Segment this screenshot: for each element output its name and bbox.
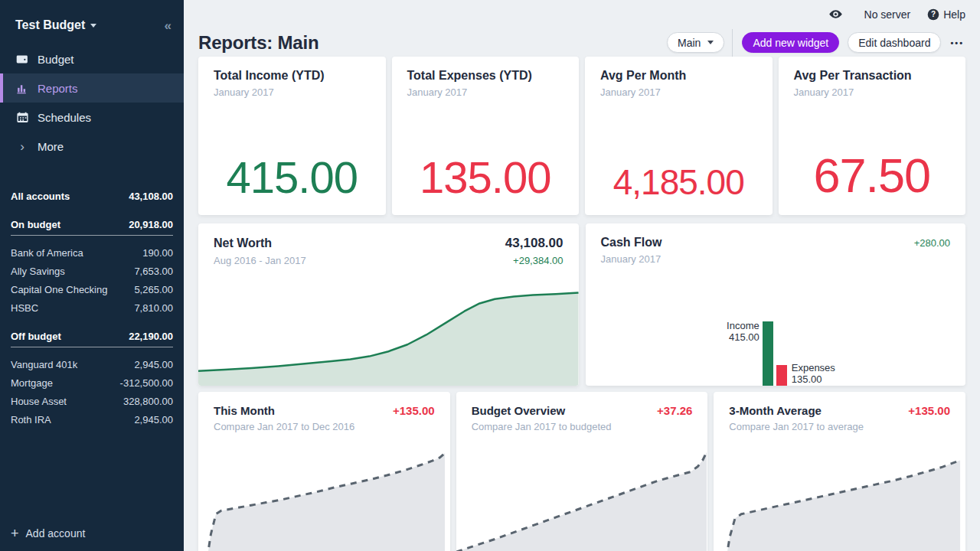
topbar: No server ? Help bbox=[198, 0, 965, 28]
account-row[interactable]: HSBC7,810.00 bbox=[11, 298, 173, 317]
widget-subtitle: January 2017 bbox=[794, 86, 951, 98]
all-accounts-balance: 43,108.00 bbox=[129, 191, 173, 202]
account-name: Bank of America bbox=[11, 247, 83, 259]
sidebar-item-budget[interactable]: Budget bbox=[0, 44, 184, 73]
wallet-icon bbox=[15, 52, 29, 66]
widget-subtitle: January 2017 bbox=[214, 86, 371, 98]
dashboard-view-selector[interactable]: Main bbox=[667, 32, 724, 53]
account-row[interactable]: Vanguard 401k2,945.00 bbox=[11, 355, 173, 373]
server-status[interactable]: No server bbox=[864, 8, 911, 21]
account-name: HSBC bbox=[11, 302, 38, 314]
widget-this-month[interactable]: This Month +135.00 Compare Jan 2017 to D… bbox=[198, 392, 450, 551]
widget-title: Net Worth bbox=[214, 236, 272, 250]
help-label: Help bbox=[943, 8, 965, 21]
expenses-label: Expenses bbox=[792, 362, 835, 373]
widget-total-income[interactable]: Total Income (YTD) January 2017 415.00 bbox=[198, 57, 386, 215]
add-widget-button[interactable]: Add new widget bbox=[742, 32, 839, 53]
on-budget-accounts: Bank of America190.00 Ally Savings7,653.… bbox=[11, 243, 173, 317]
widget-title: Avg Per Transaction bbox=[794, 69, 951, 83]
calendar-icon bbox=[15, 110, 29, 124]
account-balance: 190.00 bbox=[142, 247, 173, 259]
account-name: Ally Savings bbox=[11, 266, 65, 277]
account-balance: 2,945.00 bbox=[134, 359, 173, 370]
income-bar bbox=[763, 321, 773, 386]
widget-3-month-average[interactable]: 3-Month Average +135.00 Compare Jan 2017… bbox=[714, 392, 965, 551]
account-row[interactable]: Ally Savings7,653.00 bbox=[11, 262, 173, 280]
sidebar-item-schedules[interactable]: Schedules bbox=[0, 103, 184, 132]
add-account-label: Add account bbox=[26, 527, 86, 540]
charts-row: Net Worth 43,108.00 Aug 2016 - Jan 2017 … bbox=[198, 223, 965, 386]
account-balance: -312,500.00 bbox=[120, 377, 173, 389]
sidebar-item-reports[interactable]: Reports bbox=[0, 73, 184, 103]
chevron-right-icon: › bbox=[15, 140, 29, 153]
caret-down-icon bbox=[90, 24, 96, 28]
bar-chart-icon bbox=[15, 81, 29, 95]
collapse-sidebar-icon[interactable]: « bbox=[165, 19, 172, 32]
widget-cash-flow[interactable]: Cash Flow +280.00 January 2017 Income 41… bbox=[586, 223, 966, 386]
view-selector-label: Main bbox=[678, 37, 701, 49]
edit-dashboard-button[interactable]: Edit dashboard bbox=[848, 32, 941, 53]
widget-budget-overview[interactable]: Budget Overview +37.26 Compare Jan 2017 … bbox=[456, 392, 708, 551]
dashboard-controls: Main Add new widget Edit dashboard ••• bbox=[667, 29, 965, 57]
accounts-list: All accounts 43,108.00 On budget 20,918.… bbox=[0, 187, 184, 551]
page-header: Reports: Main Main Add new widget Edit d… bbox=[198, 28, 965, 57]
widget-net-worth[interactable]: Net Worth 43,108.00 Aug 2016 - Jan 2017 … bbox=[198, 223, 579, 386]
all-accounts-row[interactable]: All accounts 43,108.00 bbox=[11, 187, 173, 205]
widget-title: This Month bbox=[214, 404, 275, 417]
widget-value: 67.50 bbox=[794, 152, 951, 200]
budget-name: Test Budget bbox=[15, 18, 85, 32]
widget-delta: +37.26 bbox=[657, 404, 692, 417]
account-name: Capital One Checking bbox=[11, 284, 107, 295]
net-worth-chart bbox=[198, 288, 579, 386]
expenses-value: 135.00 bbox=[792, 373, 835, 385]
off-budget-header[interactable]: Off budget 22,190.00 bbox=[11, 331, 173, 347]
group-balance: 20,918.00 bbox=[129, 219, 173, 230]
account-row[interactable]: Bank of America190.00 bbox=[11, 243, 173, 262]
widget-avg-per-month[interactable]: Avg Per Month January 2017 4,185.00 bbox=[585, 57, 773, 215]
widget-subtitle: Compare Jan 2017 to average bbox=[729, 421, 950, 432]
budget-name-menu[interactable]: Test Budget « bbox=[15, 18, 172, 32]
group-balance: 22,190.00 bbox=[129, 331, 173, 342]
account-row[interactable]: Capital One Checking5,265.00 bbox=[11, 280, 173, 298]
account-row[interactable]: Mortgage-312,500.00 bbox=[11, 373, 173, 392]
widget-subtitle: Compare Jan 2017 to budgeted bbox=[472, 421, 693, 432]
more-options-icon[interactable]: ••• bbox=[949, 35, 965, 51]
net-worth-delta: +29,384.00 bbox=[513, 255, 563, 266]
all-accounts-label: All accounts bbox=[11, 191, 70, 202]
widget-title: Total Income (YTD) bbox=[214, 69, 371, 83]
widget-subtitle: January 2017 bbox=[601, 253, 951, 265]
account-row[interactable]: Roth IRA2,945.00 bbox=[11, 410, 173, 429]
widget-delta: +135.00 bbox=[908, 404, 950, 417]
account-row[interactable]: House Asset328,800.00 bbox=[11, 392, 173, 410]
sidebar-item-label: More bbox=[38, 140, 64, 153]
income-label: Income bbox=[727, 320, 760, 331]
widget-value: 4,185.00 bbox=[600, 165, 757, 200]
off-budget-accounts: Vanguard 401k2,945.00 Mortgage-312,500.0… bbox=[11, 355, 173, 429]
widget-value: 135.00 bbox=[407, 155, 564, 200]
cash-flow-chart: Income 415.00 Expenses 135.00 bbox=[586, 315, 966, 386]
account-balance: 7,810.00 bbox=[134, 302, 173, 314]
account-balance: 2,945.00 bbox=[134, 414, 173, 425]
group-label: On budget bbox=[11, 219, 60, 230]
privacy-eye-icon[interactable] bbox=[828, 7, 843, 21]
sidebar-item-more[interactable]: › More bbox=[0, 132, 184, 161]
widget-avg-per-transaction[interactable]: Avg Per Transaction January 2017 67.50 bbox=[779, 57, 966, 215]
divider bbox=[732, 29, 733, 57]
add-account-button[interactable]: + Add account bbox=[0, 520, 184, 546]
income-value: 415.00 bbox=[727, 331, 760, 343]
widget-subtitle: Aug 2016 - Jan 2017 bbox=[214, 255, 306, 266]
account-name: House Asset bbox=[11, 396, 67, 407]
add-widget-label: Add new widget bbox=[753, 37, 828, 49]
plus-icon: + bbox=[11, 527, 19, 540]
income-bar-label: Income 415.00 bbox=[727, 320, 760, 343]
widget-title: Avg Per Month bbox=[600, 69, 757, 83]
widget-total-expenses[interactable]: Total Expenses (YTD) January 2017 135.00 bbox=[392, 57, 580, 215]
account-balance: 7,653.00 bbox=[134, 266, 173, 277]
on-budget-header[interactable]: On budget 20,918.00 bbox=[11, 219, 173, 236]
widget-title: 3-Month Average bbox=[729, 404, 822, 417]
help-button[interactable]: ? Help bbox=[927, 8, 965, 21]
summary-row: Total Income (YTD) January 2017 415.00 T… bbox=[198, 57, 965, 215]
sidebar-nav: Budget Reports Schedules › More bbox=[0, 44, 184, 161]
group-label: Off budget bbox=[11, 331, 61, 342]
account-balance: 5,265.00 bbox=[134, 284, 173, 295]
